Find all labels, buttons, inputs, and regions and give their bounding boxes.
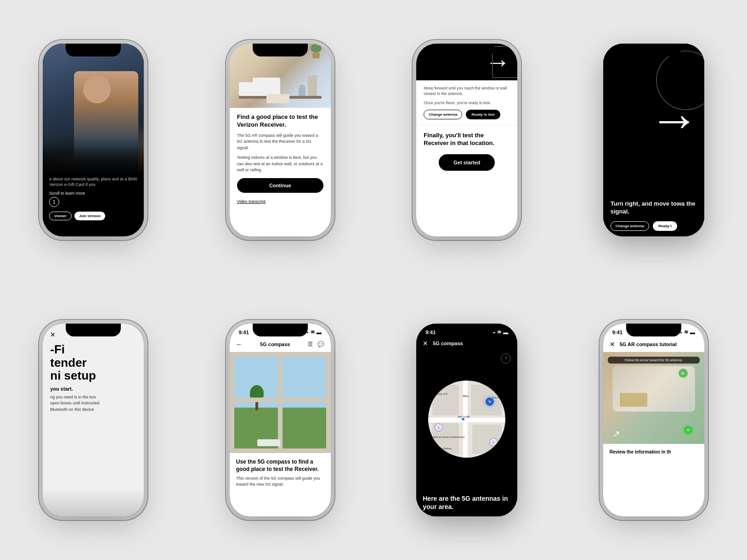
find-place-body1: The 5G AR compass will guide you toward … — [237, 133, 323, 151]
extender-subtitle: you start. — [50, 386, 136, 392]
map-antenna-1: 📡 — [435, 423, 443, 431]
notch — [66, 324, 121, 336]
notch — [439, 324, 494, 336]
ready-button-dark[interactable]: Ready t — [653, 221, 677, 231]
ar-arrow-overlay-icon: ↗ — [612, 428, 620, 439]
phone-find-place: Find a good place to test the Verizon Re… — [230, 44, 331, 236]
phone-compass-map: 9:41 ▪▪▪ ≋ ▬ ✕ 5G compass ? — [416, 324, 517, 516]
cell-wifi-extender: ✕ -Fitenderni setup you start. ng you ne… — [0, 280, 187, 560]
back-icon[interactable]: ← — [236, 341, 243, 348]
compass-title: Use the 5G compass to find a good place … — [236, 459, 324, 473]
phone-ready: → Move forward until you reach the windo… — [416, 44, 517, 236]
wifi-icon-dark: ≋ — [497, 329, 501, 335]
change-antenna-button-dark[interactable]: Change antenna — [611, 221, 649, 231]
move-forward-instruction: Move forward until you reach the window … — [424, 86, 510, 97]
hero-small-text: e about our network quality, plans and e… — [49, 177, 137, 187]
ar-preview: Follow the arrow toward the 5G antenna. … — [603, 352, 704, 444]
phone-turn-right: → Turn right, and move towa the signal. … — [603, 44, 704, 236]
continue-button[interactable]: Continue — [237, 178, 323, 193]
scroll-circle: ▾▾ — [49, 197, 59, 207]
notch — [253, 324, 308, 336]
extender-title: -Fitenderni setup — [50, 343, 136, 382]
battery-icon-dark: ▬ — [503, 330, 508, 335]
video-transcript-link[interactable]: Video transcript — [237, 199, 266, 204]
cell-hero: e about our network quality, plans and e… — [0, 0, 187, 280]
chevrons-icon: ▾▾ — [53, 200, 55, 205]
window-photo — [230, 352, 331, 453]
map-label-varsity: Varsity on K — [435, 392, 448, 395]
ar-close-icon[interactable]: ✕ — [610, 341, 615, 348]
ready-sub-instruction: Once you're there, you're ready to test. — [424, 101, 510, 106]
map-label-milke: Milke — [463, 395, 469, 398]
ar-review-title: Review the information in th — [610, 449, 698, 454]
get-started-button[interactable]: Get started — [439, 154, 495, 171]
map-title: Here are the 5G antennas in your area. — [423, 494, 511, 511]
phone-compass-photo: 9:41 ▪▪▪ ≋ ▬ ← 5G compass ☰ 💬 — [230, 324, 331, 516]
notch — [439, 44, 494, 56]
extender-body2: open boxes until instructed — [50, 400, 136, 407]
finally-test-title: Finally, you'll test the Receiver in tha… — [424, 132, 510, 147]
time-display-dark: 9:41 — [425, 330, 436, 335]
cell-compass-map: 9:41 ▪▪▪ ≋ ▬ ✕ 5G compass ? — [374, 280, 560, 560]
wifi-icon-ar: ≋ — [684, 329, 688, 335]
map-label-jefferson: Jefferson House Condominiums — [433, 436, 464, 438]
chat-icon[interactable]: 💬 — [317, 341, 324, 347]
cell-ready-to-test: → Move forward until you reach the windo… — [374, 0, 560, 280]
customer-button[interactable]: stomer — [49, 212, 72, 220]
change-antenna-button-top[interactable]: Change antenna — [424, 110, 462, 119]
cell-find-place: Find a good place to test the Verizon Re… — [187, 0, 374, 280]
extender-body3: Bluetooth on this device — [50, 407, 136, 413]
ar-instruction-bar: Follow the arrow toward the 5G antenna. — [608, 357, 700, 364]
map-nav-title: 5G compass — [433, 341, 463, 346]
compass-body: This version of the 5G compass will guid… — [236, 476, 324, 487]
phone-ar-tutorial: 9:41 ▪▪▪ ≋ ▬ ✕ 5G AR compass tutorial Fo… — [603, 324, 704, 516]
notch — [626, 44, 681, 56]
phone-wifi: ✕ -Fitenderni setup you start. ng you ne… — [43, 324, 144, 516]
ar-green-indicator: ⊕ — [684, 426, 693, 435]
battery-icon-ar: ▬ — [690, 330, 695, 335]
map-label-7eleven: 7-Eleven Delivery — [435, 448, 452, 450]
turn-right-title: Turn right, and move towa the signal. — [611, 200, 697, 216]
compass-nav-title: 5G compass — [260, 342, 290, 347]
cell-turn-right: → Turn right, and move towa the signal. … — [560, 0, 747, 280]
wifi-icon: ≋ — [311, 329, 315, 335]
notch — [66, 44, 121, 56]
list-icon[interactable]: ☰ — [308, 341, 313, 347]
help-circle[interactable]: ? — [501, 353, 511, 364]
close-icon-dark[interactable]: ✕ — [423, 340, 428, 347]
map-circle: Varsity on K Milke Jefferson House Condo… — [428, 381, 505, 458]
ar-nav-title: 5G AR compass tutorial — [620, 342, 677, 347]
scroll-text: Scroll to learn more — [49, 191, 85, 196]
phone-hero: e about our network quality, plans and e… — [43, 44, 144, 236]
notch — [253, 44, 308, 56]
ar-inner-screen: ⊕ — [612, 366, 695, 412]
cell-compass-photo: 9:41 ▪▪▪ ≋ ▬ ← 5G compass ☰ 💬 — [187, 280, 374, 560]
find-place-title: Find a good place to test the Verizon Re… — [237, 113, 323, 129]
find-place-body2: Testing indoors at a window is best, but… — [237, 155, 323, 174]
time-display: 9:41 — [239, 330, 249, 335]
circle-indicator — [492, 46, 517, 78]
join-verizon-button[interactable]: Join Verizon — [74, 212, 105, 220]
notch — [626, 324, 681, 336]
battery-icon: ▬ — [317, 330, 322, 335]
extender-body1: ng you need is in the box — [50, 394, 136, 401]
time-display-ar: 9:41 — [612, 330, 622, 335]
cell-ar-tutorial: 9:41 ▪▪▪ ≋ ▬ ✕ 5G AR compass tutorial Fo… — [560, 280, 747, 560]
ready-to-test-button[interactable]: Ready to test — [466, 110, 500, 119]
map-label-geo: Geo Uni — [492, 396, 501, 399]
